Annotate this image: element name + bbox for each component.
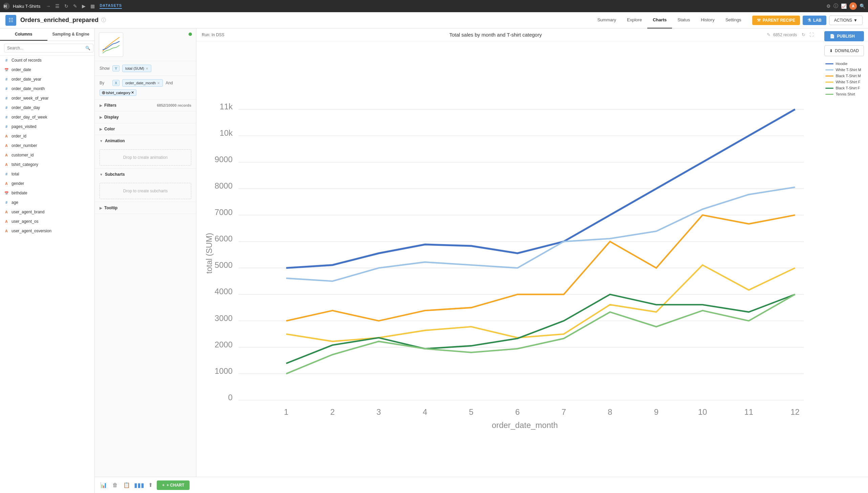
type-badge-hash: # bbox=[4, 125, 9, 129]
filters-header[interactable]: ▶ Filters 6852/10000 records bbox=[95, 100, 196, 111]
subcharts-section: ▼ Subcharts Drop to create subcharts bbox=[95, 169, 196, 202]
help-icon[interactable]: ⓘ bbox=[833, 3, 838, 9]
tooltip-section: ▶ Tooltip bbox=[95, 202, 196, 214]
list-item[interactable]: # pages_visited bbox=[0, 122, 94, 131]
info-icon[interactable]: ⓘ bbox=[101, 17, 106, 23]
list-item[interactable]: A user_agent_osversion bbox=[0, 226, 94, 236]
legend-color bbox=[825, 76, 833, 77]
chart-title: Total sales by month and T-shirt categor… bbox=[227, 32, 764, 38]
chart-thumbnail[interactable] bbox=[99, 33, 123, 57]
parent-recipe-button[interactable]: ⚒ PARENT RECIPE bbox=[752, 16, 800, 25]
search-input[interactable] bbox=[4, 44, 93, 52]
display-header[interactable]: ▶ Display bbox=[95, 111, 196, 123]
edit-icon[interactable]: ✎ bbox=[72, 3, 79, 9]
list-item[interactable]: # order_date_day bbox=[0, 103, 94, 112]
color-header[interactable]: ▶ Color bbox=[95, 123, 196, 135]
remove-color-field[interactable]: ✕ bbox=[131, 90, 134, 95]
animation-drop-zone[interactable]: Drop to create animation bbox=[100, 149, 191, 166]
sidebar-search-container: 🔍 bbox=[0, 41, 94, 56]
and-label: And bbox=[166, 81, 173, 85]
dataset-name: Orders_enriched_prepared bbox=[20, 17, 99, 24]
list-item[interactable]: # order_date_month bbox=[0, 84, 94, 93]
svg-text:11: 11 bbox=[744, 407, 754, 416]
publish-button[interactable]: 📄 PUBLISH bbox=[824, 31, 864, 41]
remove-by-field[interactable]: ✕ bbox=[157, 81, 160, 85]
column-name: order_week_of_year bbox=[12, 96, 48, 101]
tab-settings[interactable]: Settings bbox=[720, 12, 747, 28]
list-item[interactable]: # order_day_of_week bbox=[0, 112, 94, 122]
chart-header: Run: In DSS Total sales by month and T-s… bbox=[196, 28, 868, 41]
search-icon[interactable]: 🔍 bbox=[860, 3, 865, 9]
type-badge-a: A bbox=[4, 153, 9, 157]
color-field-value: tshirt_category bbox=[106, 91, 130, 95]
show-field-select[interactable]: total (SUM) ✕ bbox=[122, 65, 151, 72]
list-item[interactable]: 📅 birthdate bbox=[0, 188, 94, 198]
play-icon[interactable]: ▶ bbox=[81, 3, 87, 9]
tooltip-header[interactable]: ▶ Tooltip bbox=[95, 202, 196, 214]
remove-show-field[interactable]: ✕ bbox=[146, 67, 148, 70]
subcharts-header[interactable]: ▼ Subcharts bbox=[95, 169, 196, 180]
svg-text:2: 2 bbox=[330, 407, 334, 416]
tab-history[interactable]: History bbox=[695, 12, 720, 28]
refresh-icon[interactable]: ↻ bbox=[63, 3, 70, 9]
color-section: ▶ Color bbox=[95, 123, 196, 135]
list-item[interactable]: A order_number bbox=[0, 141, 94, 150]
delete-chart-icon[interactable]: 🗑 bbox=[111, 481, 119, 490]
by-field-select[interactable]: order_date_month ✕ bbox=[122, 79, 163, 87]
type-badge-hash: # bbox=[4, 96, 9, 100]
svg-text:9: 9 bbox=[654, 407, 658, 416]
list-item[interactable]: # order_week_of_year bbox=[0, 93, 94, 103]
list-item[interactable]: # age bbox=[0, 198, 94, 207]
legend-item: Tennis Shirt bbox=[825, 92, 861, 96]
animation-header[interactable]: ▼ Animation bbox=[95, 135, 196, 147]
actions-button[interactable]: ACTIONS ▼ bbox=[829, 16, 863, 25]
copy-chart-icon[interactable]: 📋 bbox=[122, 480, 131, 490]
x-axis-badge[interactable]: X bbox=[112, 80, 120, 86]
list-item[interactable]: A user_agent_os bbox=[0, 217, 94, 226]
user-avatar[interactable]: A bbox=[849, 2, 857, 10]
type-badge-hash: # bbox=[4, 172, 9, 176]
tab-summary[interactable]: Summary bbox=[592, 12, 622, 28]
export-chart-icon[interactable]: ⬆ bbox=[147, 480, 154, 490]
list-item[interactable]: A tshirt_category bbox=[0, 160, 94, 169]
y-axis-badge[interactable]: Y bbox=[112, 65, 120, 71]
legend-color bbox=[825, 69, 833, 70]
chart-icon-line[interactable]: 📊 bbox=[99, 480, 108, 490]
file-icon[interactable]: ☰ bbox=[54, 3, 61, 9]
forward-icon[interactable]: → bbox=[44, 3, 52, 9]
sidebar-tab-columns[interactable]: Columns bbox=[0, 28, 47, 41]
refresh-chart-icon[interactable]: ↻ bbox=[802, 32, 805, 37]
svg-text:4000: 4000 bbox=[215, 287, 233, 296]
subcharts-drop-zone[interactable]: Drop to create subcharts bbox=[100, 183, 191, 199]
tab-status[interactable]: Status bbox=[672, 12, 695, 28]
color-field-badge[interactable]: tshirt_category ✕ bbox=[100, 89, 136, 96]
bar-chart-icon[interactable]: ▮▮▮ bbox=[134, 481, 144, 489]
list-item[interactable]: # order_date_year bbox=[0, 74, 94, 84]
expand-chart-icon[interactable]: ⛶ bbox=[809, 32, 814, 37]
edit-title-icon[interactable]: ✎ bbox=[767, 32, 771, 37]
legend-color bbox=[825, 63, 833, 64]
sidebar: Columns Sampling & Engine 🔍 # Count of r… bbox=[0, 28, 95, 493]
list-item[interactable]: 📅 order_date bbox=[0, 65, 94, 74]
list-item[interactable]: # Count of records bbox=[0, 56, 94, 65]
download-button[interactable]: ⬇ DOWNLOAD bbox=[824, 45, 864, 56]
column-name: total bbox=[12, 172, 19, 176]
legend-label: Hoodie bbox=[836, 62, 847, 66]
settings-icon[interactable]: ⚙ bbox=[826, 3, 831, 9]
tab-charts[interactable]: Charts bbox=[647, 12, 672, 28]
type-badge-hash: # bbox=[4, 115, 9, 119]
list-item[interactable]: # total bbox=[0, 169, 94, 179]
type-badge-hash: # bbox=[4, 77, 9, 81]
add-chart-button[interactable]: + + CHART bbox=[157, 480, 190, 490]
tv-icon[interactable]: ▩ bbox=[89, 3, 96, 9]
list-item[interactable]: A gender bbox=[0, 179, 94, 188]
nav-tabs: Summary Explore Charts Status History Se… bbox=[592, 12, 746, 28]
sidebar-tab-sampling[interactable]: Sampling & Engine bbox=[47, 28, 95, 41]
column-name: user_agent_osversion bbox=[12, 229, 51, 233]
activity-icon[interactable]: 📈 bbox=[841, 3, 847, 9]
list-item[interactable]: A customer_id bbox=[0, 150, 94, 160]
tab-explore[interactable]: Explore bbox=[622, 12, 647, 28]
list-item[interactable]: A user_agent_brand bbox=[0, 207, 94, 217]
list-item[interactable]: A order_id bbox=[0, 131, 94, 141]
lab-button[interactable]: ⚗ LAB bbox=[803, 16, 826, 25]
